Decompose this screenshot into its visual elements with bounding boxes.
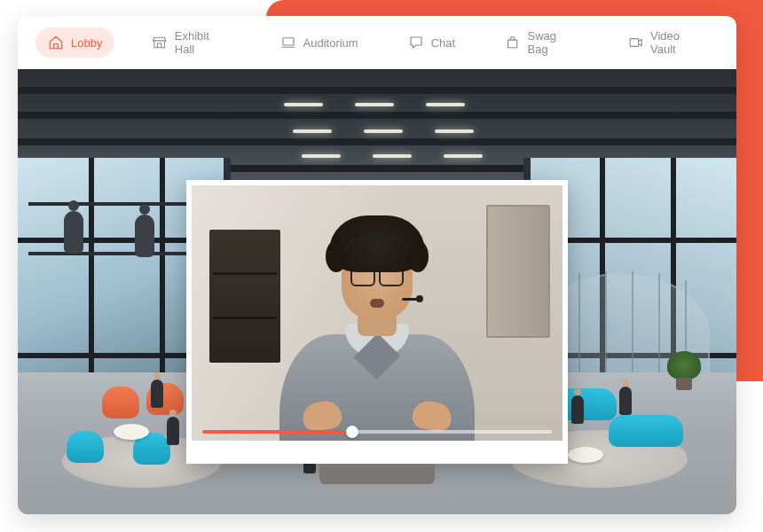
nav-chat[interactable]: Chat [396, 27, 468, 58]
svg-rect-0 [283, 38, 294, 45]
nav-label: Exhibit Hall [175, 29, 231, 56]
storefront-icon [152, 35, 167, 51]
bag-icon [505, 35, 520, 51]
nav-label: Chat [431, 36, 455, 50]
video-player[interactable] [192, 185, 562, 441]
nav-swag-bag[interactable]: Swag Bag [492, 22, 591, 63]
scene-balcony [28, 202, 206, 255]
nav-video-vault[interactable]: Video Vault [616, 22, 719, 63]
nav-label: Lobby [71, 36, 102, 50]
nav-auditorium[interactable]: Auditorium [268, 27, 371, 58]
nav-label: Auditorium [303, 36, 358, 50]
laptop-icon [280, 35, 296, 51]
nav-lobby[interactable]: Lobby [35, 27, 114, 58]
video-icon [628, 35, 643, 51]
video-progress-fill [202, 430, 352, 434]
video-presenter [253, 237, 501, 441]
welcome-video-modal [186, 180, 568, 464]
nav-exhibit-hall[interactable]: Exhibit Hall [139, 22, 242, 63]
chat-icon [408, 35, 424, 51]
nav-label: Swag Bag [527, 29, 578, 56]
video-progress-bar[interactable] [202, 430, 552, 434]
app-window: Lobby Exhibit Hall Auditorium Chat Swag … [18, 16, 736, 514]
nav-label: Video Vault [650, 29, 706, 56]
svg-rect-1 [630, 39, 638, 47]
lobby-viewport[interactable]: Info [18, 69, 736, 514]
top-nav: Lobby Exhibit Hall Auditorium Chat Swag … [18, 16, 736, 69]
home-icon [48, 35, 64, 51]
